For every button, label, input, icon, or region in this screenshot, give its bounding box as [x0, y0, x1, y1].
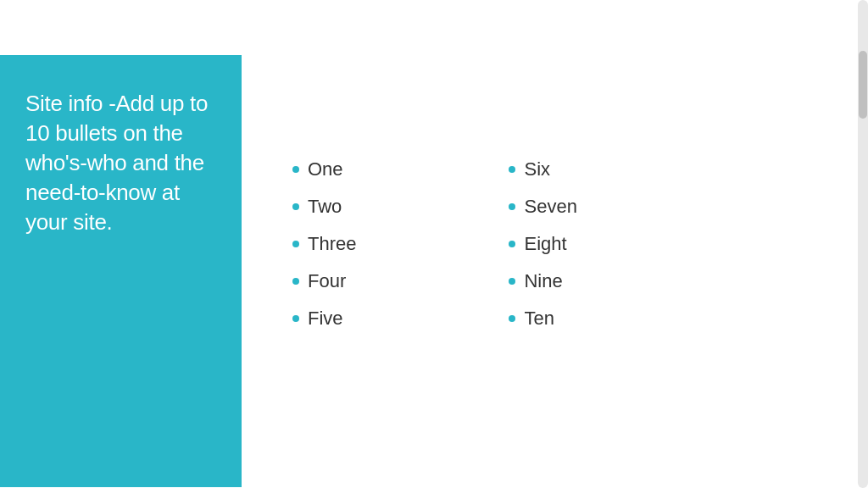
list-item: Four — [292, 270, 356, 292]
right-bullet-list: Six Seven Eight Nine Ten — [509, 158, 576, 330]
list-item: Five — [292, 308, 356, 330]
bullet-dot-icon — [509, 166, 515, 173]
bullet-dot-icon — [292, 166, 299, 173]
item-label: Eight — [524, 233, 566, 255]
list-item: One — [292, 158, 356, 180]
bullet-dot-icon — [292, 203, 299, 210]
bullet-dot-icon — [292, 315, 299, 322]
list-item: Eight — [509, 233, 576, 255]
bullet-dot-icon — [292, 241, 299, 247]
item-label: Five — [308, 308, 343, 330]
scrollbar-thumb[interactable] — [859, 51, 867, 119]
left-panel: Site info -Add up to 10 bullets on the w… — [0, 55, 242, 487]
slide-container: Site info -Add up to 10 bullets on the w… — [0, 0, 868, 488]
item-label: Two — [308, 196, 342, 218]
item-label: Seven — [524, 196, 576, 218]
item-label: One — [308, 158, 343, 180]
site-info-text: Site info -Add up to 10 bullets on the w… — [25, 89, 216, 237]
item-label: Six — [524, 158, 550, 180]
bullet-dot-icon — [509, 203, 515, 210]
list-item: Ten — [509, 308, 576, 330]
bullet-dot-icon — [509, 315, 515, 322]
item-label: Three — [308, 233, 356, 255]
bullet-dot-icon — [509, 241, 515, 247]
bullet-dot-icon — [292, 278, 299, 285]
bullet-dot-icon — [509, 278, 515, 285]
list-item: Two — [292, 196, 356, 218]
item-label: Ten — [524, 308, 554, 330]
bullet-columns: One Two Three Four Five — [292, 158, 577, 330]
list-item: Seven — [509, 196, 576, 218]
left-bullet-list: One Two Three Four Five — [292, 158, 356, 330]
item-label: Four — [308, 270, 346, 292]
scrollbar[interactable] — [858, 0, 868, 488]
list-item: Six — [509, 158, 576, 180]
list-item: Three — [292, 233, 356, 255]
list-item: Nine — [509, 270, 576, 292]
content-area: One Two Three Four Five — [242, 0, 868, 488]
item-label: Nine — [524, 270, 562, 292]
